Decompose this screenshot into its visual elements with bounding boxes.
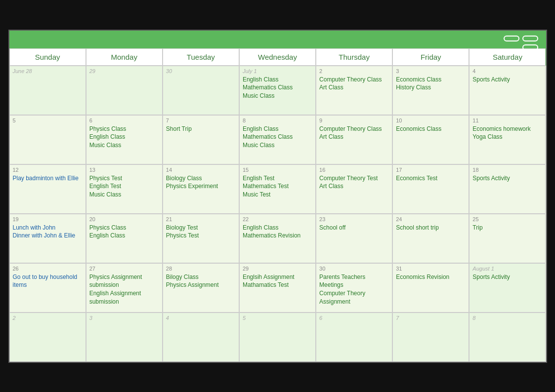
day-header: Sunday bbox=[9, 48, 86, 66]
calendar-event[interactable]: Yoga Class bbox=[472, 133, 542, 141]
cell-number: 3 bbox=[89, 315, 159, 321]
cell-number: 4 bbox=[166, 315, 236, 321]
nav-buttons bbox=[504, 36, 538, 50]
cell-number: 23 bbox=[319, 216, 389, 222]
cell-number: 17 bbox=[396, 167, 466, 173]
calendar-event[interactable]: Physics Class bbox=[89, 125, 159, 133]
calendar-event[interactable]: English Test bbox=[243, 174, 312, 183]
calendar-event[interactable]: Parents Teachers Meetings bbox=[319, 273, 389, 290]
today-button[interactable] bbox=[504, 36, 519, 41]
calendar-event[interactable]: Biology Test bbox=[166, 224, 236, 232]
calendar-event[interactable]: Economics Class bbox=[396, 125, 466, 133]
cell-number: 12 bbox=[13, 167, 83, 173]
calendar-event[interactable]: Computer Theory Assignment bbox=[319, 289, 389, 306]
cell-number: 31 bbox=[396, 266, 466, 272]
calendar-event[interactable]: Art Class bbox=[319, 83, 389, 92]
calendar-event[interactable]: Physics Assignment submission bbox=[89, 273, 159, 290]
calendar-cell: 4 bbox=[163, 313, 239, 362]
calendar-event[interactable]: Physics Experiment bbox=[166, 182, 236, 191]
calendar-cell: 30 bbox=[163, 66, 239, 115]
calendar-event[interactable]: Physics Assignment bbox=[166, 281, 236, 289]
calendar-event[interactable]: Computer Theory Class bbox=[319, 76, 389, 84]
calendar-event[interactable]: Physics Test bbox=[166, 232, 236, 240]
cell-number: 8 bbox=[472, 315, 542, 321]
cell-number: 30 bbox=[166, 68, 236, 74]
calendar-cell: 28Bilogy ClassPhysics Assignment bbox=[163, 263, 239, 313]
cell-number: 11 bbox=[472, 118, 542, 123]
calendar-event[interactable]: Computer Theory Class bbox=[319, 125, 389, 133]
cell-number: 4 bbox=[472, 68, 542, 74]
calendar-cell: 10Economics Class bbox=[392, 115, 469, 164]
calendar-event[interactable]: Sports Activity bbox=[472, 174, 542, 183]
calendar-event[interactable]: English Class bbox=[89, 133, 159, 141]
calendar-event[interactable]: Music Class bbox=[89, 191, 159, 199]
calendar-event[interactable]: Mathematics Class bbox=[243, 133, 312, 141]
calendar-event[interactable]: Play badminton with Ellie bbox=[13, 174, 83, 183]
cell-number: 15 bbox=[243, 167, 312, 173]
calendar-event[interactable]: Mathematics Class bbox=[243, 83, 312, 92]
cell-number: 16 bbox=[319, 167, 389, 173]
calendar-event[interactable]: Music Class bbox=[89, 141, 159, 150]
prev-month-button[interactable] bbox=[522, 36, 538, 41]
calendar-event[interactable]: Dinner with John & Ellie bbox=[13, 232, 83, 240]
calendar-event[interactable]: School off bbox=[319, 224, 389, 232]
calendar-event[interactable]: Go out to buy household items bbox=[13, 273, 83, 290]
calendar-event[interactable]: Trip bbox=[472, 224, 542, 232]
calendar-cell: 22English ClassMathematics Revision bbox=[239, 214, 316, 263]
calendar-event[interactable]: Biology Class bbox=[166, 174, 236, 183]
calendar-event[interactable]: Englsih Assignment bbox=[243, 273, 312, 281]
calendar-event[interactable]: English Test bbox=[89, 182, 159, 191]
cell-number: June 28 bbox=[13, 68, 83, 74]
cell-number: 6 bbox=[89, 118, 159, 123]
calendar-event[interactable]: History Class bbox=[396, 83, 466, 92]
calendar-event[interactable]: English Class bbox=[243, 224, 312, 232]
calendar-event[interactable]: Mathematics Test bbox=[243, 182, 312, 191]
calendar-cell: 23School off bbox=[316, 214, 392, 263]
calendar-event[interactable]: Computer Theory Test bbox=[319, 174, 389, 183]
calendar-cell: 29Englsih AssignmentMathamatics Test bbox=[239, 263, 316, 313]
calendar-event[interactable]: Music Class bbox=[243, 92, 312, 100]
calendar-event[interactable]: Short Trip bbox=[166, 125, 236, 133]
calendar-event[interactable]: English Class bbox=[89, 232, 159, 240]
calendar-event[interactable]: Physics Test bbox=[89, 174, 159, 183]
calendar-event[interactable]: Economics Test bbox=[396, 174, 466, 183]
calendar-cell: 2Computer Theory ClassArt Class bbox=[316, 66, 392, 115]
calendar-event[interactable]: Art Class bbox=[319, 182, 389, 191]
calendar-event[interactable]: Music Test bbox=[243, 191, 312, 199]
calendar-cell: 4Sports Activity bbox=[469, 66, 546, 115]
day-header: Thursday bbox=[316, 48, 392, 66]
cell-number: 6 bbox=[319, 315, 389, 321]
calendar-event[interactable]: Sports Activity bbox=[472, 76, 542, 84]
cell-number: August 1 bbox=[472, 266, 542, 272]
calendar-event[interactable]: Mathamatics Test bbox=[243, 281, 312, 289]
cell-number: 13 bbox=[89, 167, 159, 173]
calendar-event[interactable]: English Assignment submission bbox=[89, 289, 159, 306]
calendar-cell: 19Lunch with JohnDinner with John & Elli… bbox=[9, 214, 86, 263]
cell-number: 10 bbox=[396, 118, 466, 123]
calendar-event[interactable]: Mathematics Revision bbox=[243, 232, 312, 240]
calendar-event[interactable]: English Class bbox=[243, 76, 312, 84]
calendar-event[interactable]: Art Class bbox=[319, 133, 389, 141]
next-month-button[interactable] bbox=[522, 44, 538, 50]
calendar-event[interactable]: Economics Class bbox=[396, 76, 466, 84]
cell-number: 28 bbox=[166, 266, 236, 272]
calendar-event[interactable]: English Class bbox=[243, 125, 312, 133]
day-headers: SundayMondayTuesdayWednesdayThursdayFrid… bbox=[9, 48, 546, 66]
calendar-cell: 13Physics TestEnglish TestMusic Class bbox=[86, 164, 163, 214]
calendar-cell: 5 bbox=[239, 313, 316, 362]
calendar-event[interactable]: Music Class bbox=[243, 141, 312, 150]
calendar-cell: 16Computer Theory TestArt Class bbox=[316, 164, 392, 214]
calendar-event[interactable]: Economics homework bbox=[472, 125, 542, 133]
calendar-title bbox=[17, 36, 538, 43]
calendar-cell: 31Economics Revision bbox=[392, 263, 469, 313]
calendar-event[interactable]: Economics Revision bbox=[396, 273, 466, 281]
calendar-cell: 7 bbox=[392, 313, 469, 362]
calendar-event[interactable]: Lunch with John bbox=[13, 224, 83, 232]
calendar-event[interactable]: School short trip bbox=[396, 224, 466, 232]
calendar-event[interactable]: Physics Class bbox=[89, 224, 159, 232]
calendar-event[interactable]: Sports Activity bbox=[472, 273, 542, 281]
calendar-cell: 20Physics ClassEnglish Class bbox=[86, 214, 163, 263]
calendar-event[interactable]: Bilogy Class bbox=[166, 273, 236, 281]
cell-number: 26 bbox=[13, 266, 83, 272]
day-header: Tuesday bbox=[163, 48, 239, 66]
